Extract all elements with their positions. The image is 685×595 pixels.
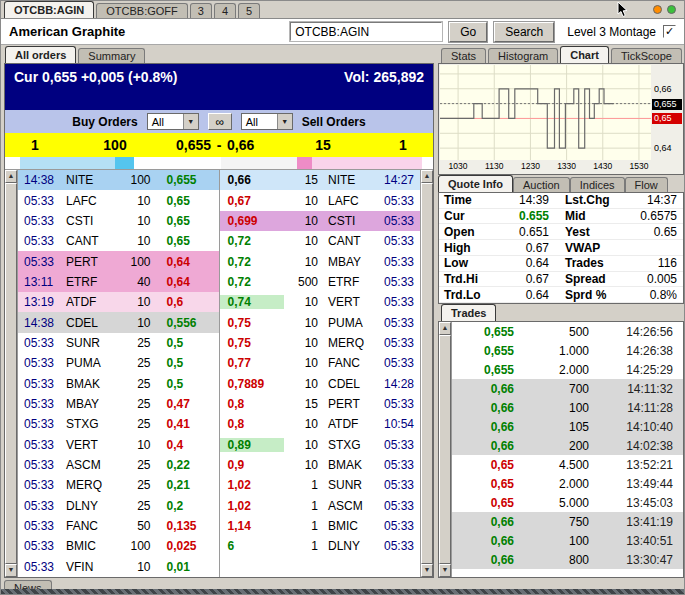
order-row[interactable]: 05:33VERT100,40,8910STXG05:33 [18,434,420,454]
scroll-up-arrow-icon[interactable]: ▲ [439,322,451,335]
symbol-input[interactable] [290,22,442,41]
buy-side: 14:38NITE1000,655 [18,170,220,190]
buy-side: 05:33BMIC1000,025 [18,536,220,556]
trade-row[interactable]: 0,6551.00014:26:38 [452,341,683,360]
order-row[interactable]: 14:38CDEL100,5560,7510PUMA05:33 [18,312,420,332]
window-dot-orange-icon[interactable] [653,5,662,14]
go-button[interactable]: Go [449,22,487,42]
trade-row[interactable]: 0,655.00013:45:03 [452,493,683,512]
order-row[interactable]: 05:33ASCM250,220,910BMAK05:33 [18,455,420,475]
buy-size: 10 [110,194,159,208]
chart-y-label: 0,65 [652,113,682,124]
trade-row[interactable]: 0,6610014:11:28 [452,398,683,417]
trade-size: 100 [518,534,599,548]
ask-size: 15 [284,173,327,187]
buy-side: 05:33BMAK250,5 [18,373,220,393]
buy-filter-select[interactable]: All ▼ [147,113,199,130]
tab-otcbb-goff[interactable]: OTCBB:GOFF [96,3,188,18]
tab-flow[interactable]: Flow [625,177,668,192]
order-row[interactable]: 05:33MBAY250,470,815PERT05:33 [18,394,420,414]
tab-otcbb-agin[interactable]: OTCBB:AGIN [4,1,94,18]
order-row[interactable]: 05:33DLNY250,21,021ASCM05:33 [18,496,420,516]
trade-row[interactable]: 0,652.00013:49:44 [452,474,683,493]
trade-row[interactable]: 0,654.50013:52:21 [452,455,683,474]
trades-scrollbar[interactable]: ▲ ▼ [439,322,452,577]
order-row[interactable]: 05:33STXG250,410,810ATDF10:54 [18,414,420,434]
ask-price: 1,14 [220,519,284,533]
tab-summary[interactable]: Summary [78,48,145,63]
trade-price: 0,66 [452,401,518,415]
level3-montage-checkbox[interactable]: ✓ [663,25,676,38]
order-row[interactable]: 05:33PUMA250,50,7710FANC05:33 [18,353,420,373]
order-row[interactable]: 05:33SUNR250,50,7510MERQ05:33 [18,333,420,353]
depth-bar-buy [5,157,217,169]
order-row[interactable]: 05:33CSTI100,650,69910CSTI05:33 [18,211,420,231]
scroll-up-arrow-icon[interactable]: ▲ [5,170,17,183]
tab-indices[interactable]: Indices [570,177,625,192]
bid-price: 0,655 [165,137,211,153]
trade-row[interactable]: 0,6620014:02:38 [452,436,683,455]
buy-scrollbar[interactable]: ▲ ▼ [5,170,18,577]
scroll-up-arrow-icon[interactable]: ▲ [421,170,433,183]
sell-side [220,557,421,577]
trade-size: 5.000 [518,496,599,510]
sell-filter-select[interactable]: All ▼ [241,113,293,130]
trade-row[interactable]: 0,6610514:10:40 [452,417,683,436]
ask-price: 0,72 [220,255,284,269]
chevron-down-icon[interactable]: ▼ [183,114,198,129]
quote-label: Sprd % [555,288,613,302]
order-row[interactable]: 13:11ETRF400,640,72500ETRF05:33 [18,272,420,292]
tab-4[interactable]: 4 [214,3,236,18]
tab-histogram[interactable]: Histogram [488,48,558,63]
tab-trades[interactable]: Trades [441,304,496,321]
tab-3[interactable]: 3 [190,3,212,18]
scrollbar-thumb[interactable] [5,183,17,564]
trade-row[interactable]: 0,6552.00014:25:29 [452,360,683,379]
order-row[interactable]: 05:33LAFC100,650,6710LAFC05:33 [18,190,420,210]
trade-row[interactable]: 0,6680013:30:47 [452,550,683,569]
scroll-down-arrow-icon[interactable]: ▼ [421,564,433,577]
sell-side: 0,7510MERQ05:33 [220,333,421,353]
trade-row[interactable]: 0,6610013:40:51 [452,531,683,550]
tab-label: All orders [15,49,66,61]
scrollbar-thumb[interactable] [439,335,451,564]
ask-price: 0,72 [220,234,284,248]
ask-size: 10 [284,458,327,472]
quote-value: 0.655 [491,209,555,223]
order-row[interactable]: 05:33MERQ250,211,021SUNR05:33 [18,475,420,495]
tab-auction[interactable]: Auction [513,177,570,192]
scrollbar-thumb[interactable] [421,183,433,564]
buy-side: 05:33MBAY250,47 [18,394,220,414]
buy-time: 05:33 [18,417,64,431]
scroll-down-arrow-icon[interactable]: ▼ [5,564,17,577]
link-sides-button[interactable]: ∞ [208,113,232,130]
tab-all-orders[interactable]: All orders [5,46,76,63]
sell-scrollbar[interactable]: ▲ ▼ [420,170,433,577]
scroll-down-arrow-icon[interactable]: ▼ [439,564,451,577]
bid-ask-separator: - [211,137,227,153]
order-row[interactable]: 05:33VFIN100,01 [18,557,420,577]
order-row[interactable]: 05:33PERT1000,640,7210MBAY05:33 [18,251,420,271]
tab-quote-info[interactable]: Quote Info [438,175,513,192]
tab-tickscope[interactable]: TickScope [611,48,682,63]
order-row[interactable]: 14:38NITE1000,6550,6615NITE14:27 [18,170,420,190]
trade-row[interactable]: 0,6675013:41:19 [452,512,683,531]
trade-row[interactable]: 0,65550014:26:56 [452,322,683,341]
tab-label: Auction [523,179,560,191]
chevron-down-icon[interactable]: ▼ [277,114,292,129]
order-row[interactable]: 05:33CANT100,650,7210CANT05:33 [18,231,420,251]
order-row[interactable]: 05:33BMAK250,50,788910CDEL14:28 [18,373,420,393]
quote-label: Lst.Chg [555,193,613,207]
tab-stats[interactable]: Stats [441,48,486,63]
buy-time: 05:33 [18,478,64,492]
tab-label: Trades [451,307,486,319]
chart-y-axis: 0,660,6550,650,64 [652,65,683,160]
window-dot-green-icon[interactable] [667,5,676,14]
search-button[interactable]: Search [494,22,554,42]
order-row[interactable]: 05:33BMIC1000,02561DLNY05:33 [18,536,420,556]
order-row[interactable]: 13:19ATDF100,60,7410VERT05:33 [18,292,420,312]
trade-row[interactable]: 0,6670014:11:32 [452,379,683,398]
tab-chart[interactable]: Chart [560,46,609,63]
order-row[interactable]: 05:33FANC500,1351,141BMIC05:33 [18,516,420,536]
tab-5[interactable]: 5 [238,3,260,18]
